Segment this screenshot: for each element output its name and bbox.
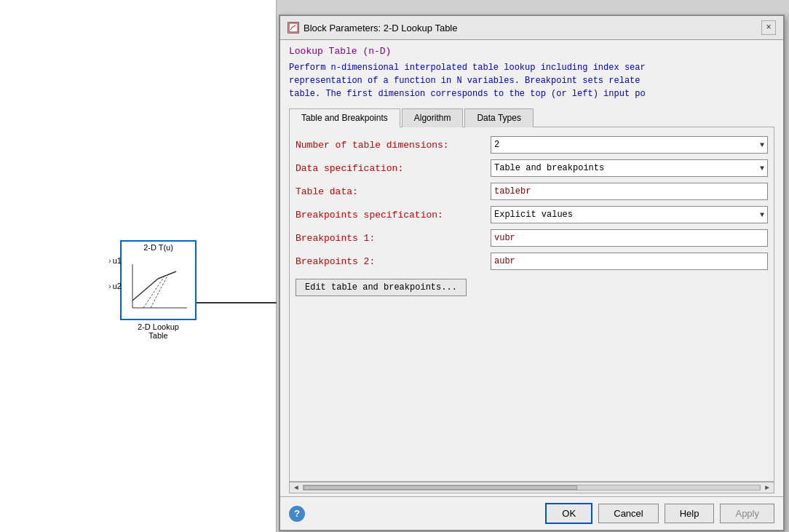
dialog-content: Lookup Table (n-D) Perform n-dimensional… <box>280 40 783 496</box>
label-dimensions: Number of table dimensions: <box>296 140 485 151</box>
block-body <box>122 253 195 319</box>
value-data-spec: Table and breakpoints ▼ <box>491 159 768 177</box>
value-bp2 <box>491 253 768 270</box>
scroll-thumb[interactable] <box>304 485 577 490</box>
input-table-data[interactable] <box>491 183 768 200</box>
tab-algorithm[interactable]: Algorithm <box>402 108 464 127</box>
svg-line-7 <box>290 27 293 30</box>
param-row-table-data: Table data: <box>296 183 768 200</box>
svg-rect-6 <box>289 23 298 32</box>
horizontal-scrollbar[interactable]: ◄ ► <box>289 482 774 493</box>
scroll-left-arrow[interactable]: ◄ <box>291 484 301 492</box>
label-bp2: Breakpoints 2: <box>296 256 485 267</box>
dropdown-bp-spec-value: Explicit values <box>494 210 573 220</box>
value-bp1 <box>491 229 768 247</box>
block-parameters-dialog: Block Parameters: 2-D Lookup Table × Loo… <box>279 15 785 531</box>
value-bp-spec: Explicit values ▼ <box>491 206 768 223</box>
label-bp-spec: Breakpoints specification: <box>296 210 485 221</box>
label-table-data: Table data: <box>296 186 485 197</box>
dropdown-dimensions-value: 2 <box>494 140 499 150</box>
dropdown-dimensions[interactable]: 2 ▼ <box>491 136 768 154</box>
param-row-bp2: Breakpoints 2: <box>296 253 768 270</box>
scroll-track[interactable] <box>303 485 761 491</box>
close-button[interactable]: × <box>761 20 776 35</box>
block-graphic <box>129 257 191 315</box>
dialog-footer: ? OK Cancel Help Apply <box>280 496 783 530</box>
port-u1: › u1 <box>108 256 122 265</box>
connector-line <box>197 302 277 303</box>
title-bar: Block Parameters: 2-D Lookup Table × <box>280 16 783 40</box>
dropdown-data-spec-value: Table and breakpoints <box>494 163 604 173</box>
apply-button[interactable]: Apply <box>720 504 774 523</box>
lookup-table-block[interactable]: › u1 › u2 2-D T(u) <box>120 240 197 320</box>
input-bp2[interactable] <box>491 253 768 270</box>
param-row-dimensions: Number of table dimensions: 2 ▼ <box>296 136 768 154</box>
svg-line-8 <box>293 25 296 27</box>
scroll-right-arrow[interactable]: ► <box>762 484 772 492</box>
simulink-canvas: › u1 › u2 2-D T(u) <box>0 0 277 532</box>
dropdown-data-spec[interactable]: Table and breakpoints ▼ <box>491 159 768 177</box>
tabs-row: Table and Breakpoints Algorithm Data Typ… <box>289 108 774 127</box>
help-icon-button[interactable]: ? <box>289 506 305 522</box>
port-u1-label: u1 <box>113 256 122 265</box>
description-box: Perform n-dimensional interpolated table… <box>289 61 774 100</box>
param-row-bp1: Breakpoints 1: <box>296 229 768 247</box>
desc-line1: Perform n-dimensional interpolated table… <box>289 61 774 74</box>
params-panel: Number of table dimensions: 2 ▼ Data spe… <box>289 127 774 482</box>
desc-line2: representation of a function in N variab… <box>289 74 774 87</box>
value-table-data <box>491 183 768 200</box>
desc-line3: table. The first dimension corresponds t… <box>289 87 774 100</box>
port-u2-arrow: › <box>108 282 111 290</box>
dialog-icon <box>288 22 299 33</box>
edit-table-button[interactable]: Edit table and breakpoints... <box>296 279 467 296</box>
port-u2: › u2 <box>108 282 122 290</box>
input-bp1[interactable] <box>491 229 768 247</box>
dropdown-bp-spec[interactable]: Explicit values ▼ <box>491 206 768 223</box>
help-button[interactable]: Help <box>665 504 715 523</box>
ok-button[interactable]: OK <box>545 503 592 524</box>
chevron-down-icon-2: ▼ <box>760 164 764 172</box>
block-label: 2-D Lookup Table <box>138 322 179 340</box>
port-u2-label: u2 <box>113 282 122 290</box>
param-row-data-spec: Data specification: Table and breakpoint… <box>296 159 768 177</box>
title-bar-left: Block Parameters: 2-D Lookup Table <box>288 22 457 33</box>
svg-line-3 <box>158 271 176 279</box>
svg-line-2 <box>132 279 158 301</box>
block-type-header: Lookup Table (n-D) <box>289 46 774 57</box>
param-row-edit: Edit table and breakpoints... <box>296 276 768 296</box>
chevron-down-icon-3: ▼ <box>760 211 764 219</box>
cancel-button[interactable]: Cancel <box>598 504 658 523</box>
dialog-title: Block Parameters: 2-D Lookup Table <box>304 23 457 33</box>
svg-line-4 <box>143 275 165 308</box>
label-data-spec: Data specification: <box>296 163 485 174</box>
port-u1-arrow: › <box>108 256 111 265</box>
tab-table-breakpoints[interactable]: Table and Breakpoints <box>289 108 400 127</box>
label-bp1: Breakpoints 1: <box>296 233 485 244</box>
value-dimensions: 2 ▼ <box>491 136 768 154</box>
param-row-bp-spec: Breakpoints specification: Explicit valu… <box>296 206 768 223</box>
chevron-down-icon: ▼ <box>760 141 764 149</box>
block-container: › u1 › u2 2-D T(u) <box>120 240 197 340</box>
block-title: 2-D T(u) <box>122 242 195 253</box>
tab-data-types[interactable]: Data Types <box>464 108 533 127</box>
